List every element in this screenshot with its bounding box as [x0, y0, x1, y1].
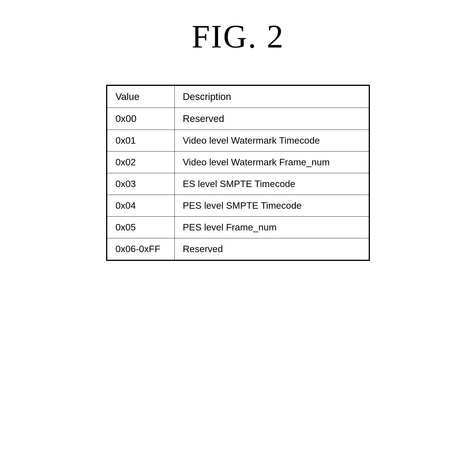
- cell-description: Video level Watermark Frame_num: [174, 152, 369, 173]
- cell-value: 0x00: [107, 108, 174, 130]
- figure-title: FIG. 2: [192, 18, 284, 55]
- cell-value: 0x06-0xFF: [107, 238, 174, 260]
- cell-description: PES level SMPTE Timecode: [174, 195, 369, 217]
- cell-value: 0x01: [107, 130, 174, 152]
- cell-value: 0x03: [107, 173, 174, 195]
- cell-description: Reserved: [174, 238, 369, 260]
- table-row: 0x01Video level Watermark Timecode: [107, 130, 369, 152]
- cell-description: Video level Watermark Timecode: [174, 130, 369, 152]
- data-table: Value Description 0x00Reserved0x01Video …: [106, 85, 370, 261]
- table-row: 0x06-0xFFReserved: [107, 238, 369, 260]
- cell-description: ES level SMPTE Timecode: [174, 173, 369, 195]
- cell-description: Reserved: [174, 108, 369, 130]
- table-row: 0x02Video level Watermark Frame_num: [107, 152, 369, 173]
- cell-value: 0x05: [107, 217, 174, 238]
- table-header-row: Value Description: [107, 86, 369, 108]
- cell-value: 0x04: [107, 195, 174, 217]
- table-row: 0x05PES level Frame_num: [107, 217, 369, 238]
- table-row: 0x00Reserved: [107, 108, 369, 130]
- header-value: Value: [107, 86, 174, 108]
- header-description: Description: [174, 86, 369, 108]
- cell-value: 0x02: [107, 152, 174, 173]
- table-row: 0x04PES level SMPTE Timecode: [107, 195, 369, 217]
- cell-description: PES level Frame_num: [174, 217, 369, 238]
- table-row: 0x03ES level SMPTE Timecode: [107, 173, 369, 195]
